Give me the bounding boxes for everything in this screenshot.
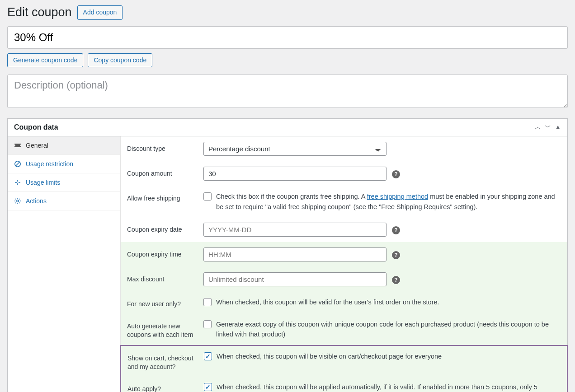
tab-label: Usage restriction — [26, 160, 73, 168]
row-expiry-date: Coupon expiry date ? — [121, 217, 567, 242]
ban-icon — [14, 160, 21, 168]
tab-label: Actions — [26, 197, 47, 205]
auto-apply-text: When checked, this coupon will be applie… — [217, 382, 561, 392]
page-title: Edit coupon — [7, 5, 72, 19]
help-icon[interactable]: ? — [392, 170, 400, 178]
ticket-icon — [14, 142, 21, 149]
show-on-cart-checkbox[interactable] — [204, 352, 212, 360]
row-auto-generate: Auto generate new coupons with each item… — [121, 314, 567, 345]
tab-usage-limits[interactable]: Usage limits — [8, 173, 120, 192]
row-coupon-amount: Coupon amount ? — [121, 161, 567, 186]
label-auto-apply: Auto apply? — [127, 382, 198, 392]
new-user-checkbox[interactable] — [203, 298, 212, 306]
generate-code-button[interactable]: Generate coupon code — [7, 53, 83, 68]
label-expiry-time: Coupon expiry time — [127, 247, 197, 259]
row-new-user: For new user only? When checked, this co… — [121, 292, 567, 314]
limits-icon — [14, 179, 21, 186]
label-free-shipping: Allow free shipping — [127, 191, 197, 203]
row-free-shipping: Allow free shipping Check this box if th… — [121, 186, 567, 217]
panel-header-controls: ︿ ﹀ ▲ — [535, 123, 561, 131]
label-auto-generate: Auto generate new coupons with each item — [127, 319, 197, 339]
max-discount-input[interactable] — [203, 272, 386, 286]
svg-point-2 — [17, 200, 19, 202]
expiry-date-input[interactable] — [203, 223, 386, 237]
help-icon[interactable]: ? — [392, 226, 400, 234]
panel-down-icon[interactable]: ﹀ — [545, 123, 551, 131]
tab-label: Usage limits — [26, 179, 60, 186]
tab-content: Discount type Percentage discount Coupon… — [121, 136, 567, 392]
row-show-on-cart: Show on cart, checkout and my account? W… — [121, 346, 567, 377]
add-coupon-button[interactable]: Add coupon — [77, 5, 123, 20]
row-max-discount: Max discount ? — [121, 267, 567, 292]
new-user-text: When checked, this coupon will be valid … — [216, 297, 561, 307]
code-buttons-row: Generate coupon code Copy coupon code — [7, 53, 568, 68]
svg-line-1 — [16, 162, 20, 166]
auto-generate-checkbox[interactable] — [203, 320, 212, 328]
panel-up-icon[interactable]: ︿ — [535, 123, 541, 131]
panel-collapse-icon[interactable]: ▲ — [555, 123, 561, 131]
coupon-title-input[interactable] — [7, 26, 568, 49]
free-shipping-text: Check this box if the coupon grants free… — [216, 191, 561, 212]
coupon-data-panel: Coupon data ︿ ﹀ ▲ General Usage restrict… — [7, 118, 568, 392]
label-expiry-date: Coupon expiry date — [127, 223, 197, 234]
label-discount-type: Discount type — [127, 142, 197, 153]
label-coupon-amount: Coupon amount — [127, 167, 197, 178]
label-show-on-cart: Show on cart, checkout and my account? — [127, 351, 198, 371]
row-discount-type: Discount type Percentage discount — [121, 136, 567, 161]
row-expiry-time: Coupon expiry time ? — [121, 242, 567, 267]
tabs-sidebar: General Usage restriction Usage limits A… — [8, 136, 121, 392]
highlighted-section: Show on cart, checkout and my account? W… — [120, 345, 568, 392]
help-icon[interactable]: ? — [392, 251, 400, 259]
show-on-cart-text: When checked, this coupon will be visibl… — [217, 351, 561, 361]
free-shipping-checkbox[interactable] — [203, 192, 212, 201]
page-header: Edit coupon Add coupon — [7, 5, 568, 20]
label-new-user: For new user only? — [127, 297, 197, 308]
expiry-time-input[interactable] — [203, 247, 386, 261]
copy-code-button[interactable]: Copy coupon code — [88, 53, 152, 68]
panel-header: Coupon data ︿ ﹀ ▲ — [8, 119, 567, 136]
discount-type-select[interactable]: Percentage discount — [203, 142, 386, 156]
row-auto-apply: Auto apply? When checked, this coupon wi… — [121, 377, 567, 392]
panel-title: Coupon data — [14, 123, 58, 131]
tab-actions[interactable]: Actions — [8, 192, 120, 210]
gear-icon — [14, 197, 21, 205]
tab-general[interactable]: General — [8, 136, 120, 155]
free-shipping-link[interactable]: free shipping method — [367, 193, 428, 200]
coupon-amount-input[interactable] — [203, 167, 386, 181]
auto-generate-text: Generate exact copy of this coupon with … — [216, 319, 561, 340]
help-icon[interactable]: ? — [392, 276, 400, 284]
panel-body: General Usage restriction Usage limits A… — [8, 136, 567, 392]
tab-usage-restriction[interactable]: Usage restriction — [8, 155, 120, 173]
description-textarea[interactable] — [7, 75, 568, 108]
tab-label: General — [26, 142, 48, 149]
auto-apply-checkbox[interactable] — [204, 383, 212, 391]
label-max-discount: Max discount — [127, 272, 197, 284]
